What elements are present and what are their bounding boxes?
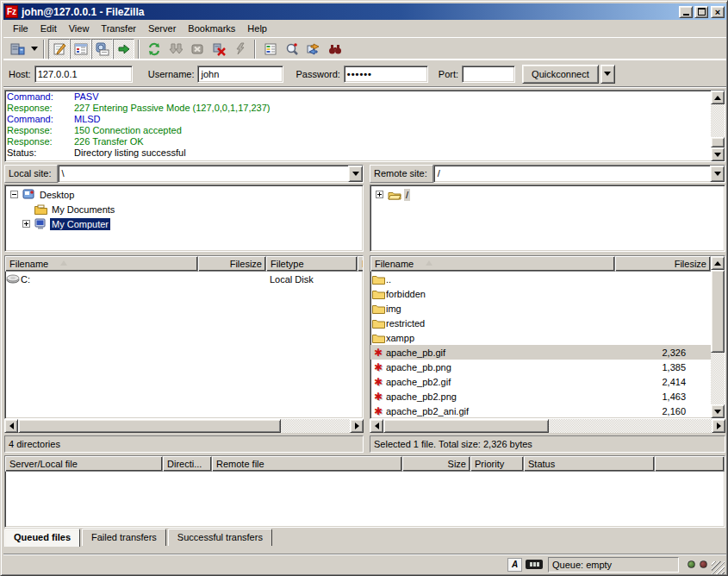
tab-failed-transfers[interactable]: Failed transfers — [82, 529, 166, 546]
window-title: john@127.0.0.1 - FileZilla — [22, 6, 677, 18]
menu-edit[interactable]: Edit — [34, 22, 63, 35]
scroll-track[interactable] — [711, 353, 725, 404]
file-row[interactable]: ✱ apache_pb2.png 1,463 — [370, 389, 711, 404]
remote-horizontal-scrollbar[interactable] — [370, 419, 725, 433]
file-row[interactable]: ✱ apache_pb.png 1,385 — [370, 360, 711, 374]
tree-item-label[interactable]: / — [404, 189, 410, 201]
column-header-filetype[interactable]: Filetype — [266, 256, 358, 272]
column-header-filesize[interactable]: Filesize — [198, 256, 266, 272]
minimize-button[interactable] — [679, 6, 693, 18]
log-vertical-scrollbar[interactable] — [711, 91, 725, 161]
collapse-icon[interactable] — [10, 191, 18, 198]
scroll-down-button[interactable] — [711, 404, 725, 418]
column-header-filesize[interactable]: Filesize — [615, 256, 711, 272]
file-row[interactable]: ✱ apache_pb2_ani.gif 2,160 — [370, 404, 711, 418]
process-queue-button[interactable] — [165, 39, 186, 59]
synchronized-browsing-button[interactable] — [302, 39, 324, 59]
file-row[interactable]: .. — [370, 272, 711, 286]
find-files-button[interactable] — [324, 39, 345, 59]
tree-item-label[interactable]: My Computer — [50, 218, 110, 230]
maximize-button[interactable] — [694, 6, 708, 18]
menu-help[interactable]: Help — [241, 22, 273, 35]
cancel-operation-button[interactable] — [186, 39, 208, 59]
expand-icon[interactable] — [22, 220, 30, 228]
scroll-track[interactable] — [281, 419, 350, 433]
remote-vertical-scrollbar[interactable] — [711, 256, 725, 418]
scroll-right-button[interactable] — [712, 419, 725, 433]
send-activity-led-icon — [700, 560, 707, 568]
local-site-value[interactable]: \ — [59, 166, 348, 182]
remote-site-value[interactable]: / — [434, 166, 710, 182]
scroll-thumb[interactable] — [18, 419, 281, 433]
column-header-server-local-file[interactable]: Server/Local file — [5, 456, 163, 472]
file-name: restricted — [386, 318, 615, 329]
quickconnect-button[interactable]: Quickconnect — [522, 65, 599, 84]
scroll-thumb[interactable] — [711, 137, 725, 147]
file-row[interactable]: img — [370, 301, 711, 316]
tab-queued-files[interactable]: Queued files — [4, 529, 80, 547]
column-header-filename[interactable]: Filename — [370, 256, 615, 272]
file-row[interactable]: restricted — [370, 316, 711, 330]
site-manager-button[interactable] — [7, 39, 28, 59]
host-input[interactable]: 127.0.0.1 — [34, 66, 133, 83]
reconnect-button[interactable] — [229, 39, 251, 59]
quickconnect-dropdown-button[interactable] — [600, 65, 615, 84]
password-input[interactable]: •••••• — [344, 66, 428, 83]
username-input[interactable]: john — [197, 66, 283, 83]
file-row[interactable]: forbidden — [370, 286, 711, 301]
filter-button[interactable] — [259, 39, 281, 59]
menu-view[interactable]: View — [63, 22, 96, 35]
toggle-remote-tree-button[interactable] — [91, 39, 113, 59]
title-bar[interactable]: Fz john@127.0.0.1 - FileZilla × — [3, 3, 726, 20]
column-header-priority[interactable]: Priority — [470, 456, 524, 472]
local-horizontal-scrollbar[interactable] — [4, 419, 364, 433]
expand-icon[interactable] — [376, 191, 383, 198]
scroll-left-button[interactable] — [370, 419, 383, 433]
remote-site-dropdown-button[interactable] — [710, 166, 725, 182]
toggle-queue-button[interactable] — [113, 39, 134, 59]
port-input[interactable] — [462, 66, 515, 83]
tree-item-my-documents[interactable]: My Documents — [5, 202, 363, 216]
disconnect-button[interactable] — [208, 39, 229, 59]
column-header-status[interactable]: Status — [524, 456, 655, 472]
scroll-up-button[interactable] — [711, 91, 725, 104]
scroll-down-button[interactable] — [711, 147, 725, 161]
toggle-log-view-button[interactable] — [48, 39, 70, 59]
remote-site-combobox[interactable]: / — [433, 165, 725, 183]
close-button[interactable]: × — [711, 6, 725, 18]
scroll-thumb[interactable] — [383, 419, 549, 433]
column-header-size[interactable]: Size — [402, 456, 470, 472]
menu-bookmarks[interactable]: Bookmarks — [182, 22, 241, 35]
column-header-direction[interactable]: Directi... — [163, 456, 212, 472]
file-row-selected[interactable]: ✱ apache_pb.gif 2,326 — [370, 345, 711, 360]
tree-item-label[interactable]: Desktop — [38, 189, 76, 201]
column-header-filename[interactable]: Filename — [5, 256, 198, 272]
tab-successful-transfers[interactable]: Successful transfers — [168, 529, 272, 546]
scroll-thumb[interactable] — [711, 270, 725, 353]
tree-item-label[interactable]: My Documents — [50, 203, 116, 216]
file-row[interactable]: xampp — [370, 330, 711, 345]
scroll-down-icon — [714, 153, 721, 157]
scroll-right-button[interactable] — [350, 419, 364, 433]
site-manager-dropdown-button[interactable] — [28, 39, 40, 59]
tree-item-my-computer[interactable]: My Computer — [5, 216, 363, 231]
column-header-remote-file[interactable]: Remote file — [212, 456, 402, 472]
tree-item-desktop[interactable]: Desktop — [5, 187, 363, 202]
scroll-up-button[interactable] — [711, 256, 725, 270]
local-site-dropdown-button[interactable] — [348, 166, 363, 182]
scroll-track[interactable] — [711, 104, 725, 137]
file-row[interactable]: ✱ apache_pb2.gif 2,414 — [370, 374, 711, 389]
menu-file[interactable]: File — [7, 22, 34, 35]
resize-grip[interactable] — [712, 561, 725, 574]
scroll-track[interactable] — [549, 419, 712, 433]
menu-transfer[interactable]: Transfer — [95, 22, 142, 35]
scroll-left-button[interactable] — [4, 419, 18, 433]
refresh-button[interactable] — [143, 39, 165, 59]
directory-comparison-button[interactable] — [281, 39, 302, 59]
file-row-c-drive[interactable]: C: Local Disk — [5, 272, 363, 286]
local-site-combobox[interactable]: \ — [58, 165, 364, 183]
menu-server[interactable]: Server — [142, 22, 182, 35]
column-header-last-modified[interactable]: L — [358, 256, 363, 272]
tree-item-root[interactable]: / — [370, 187, 725, 202]
toggle-local-tree-button[interactable] — [70, 39, 91, 59]
